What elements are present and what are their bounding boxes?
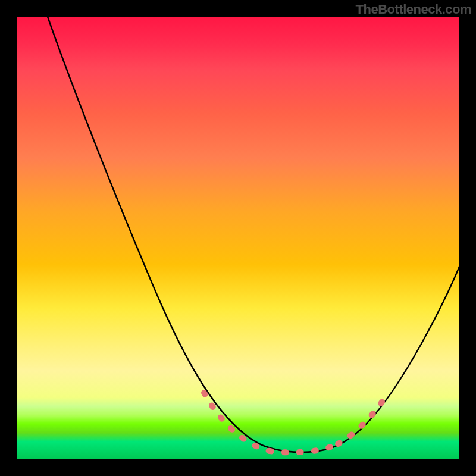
watermark-text: TheBottleneck.com — [356, 2, 471, 17]
dotted-segment-right — [338, 392, 389, 444]
plot-area — [17, 17, 459, 459]
bottleneck-curve — [48, 17, 459, 452]
chart-container: TheBottleneck.com — [0, 0, 476, 476]
dotted-segment-bottom — [270, 444, 338, 452]
curve-svg — [17, 17, 459, 459]
